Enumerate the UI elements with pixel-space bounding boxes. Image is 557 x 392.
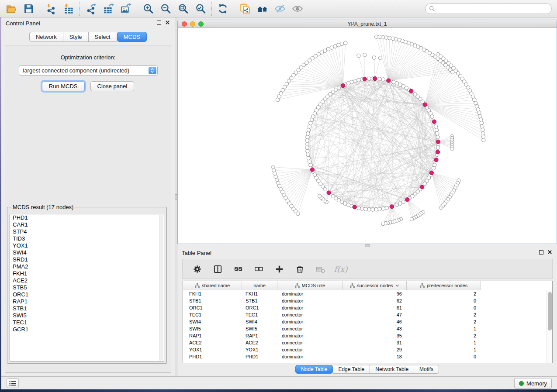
mcds-result-item[interactable]: STB1: [10, 305, 164, 312]
delete-columns-button[interactable]: [293, 261, 306, 276]
refresh-view-button[interactable]: [214, 1, 232, 16]
cell-shared_name: SWI5: [183, 326, 242, 331]
tab-style[interactable]: Style: [63, 32, 89, 42]
table-scrollbar-thumb[interactable]: [548, 292, 552, 330]
mcds-result-item[interactable]: ACE2: [10, 277, 164, 284]
zoom-selected-button[interactable]: [192, 1, 209, 16]
cell-shared_name: RAP1: [183, 333, 242, 338]
export-table-button[interactable]: [100, 1, 117, 16]
tab-select[interactable]: Select: [89, 32, 117, 42]
mcds-result-item[interactable]: PHD1: [10, 214, 164, 221]
cell-shared_name: SWI4: [183, 319, 242, 324]
maximize-window-icon[interactable]: [198, 21, 204, 27]
close-window-icon[interactable]: [182, 21, 187, 27]
save-session-button[interactable]: [20, 1, 38, 16]
column-header-name[interactable]: name: [242, 281, 277, 290]
table-row[interactable]: ACE2ACE2connector311: [183, 339, 552, 346]
network-view-window: YPA_prune.txt_1: [177, 20, 557, 244]
mcds-result-item[interactable]: TID3: [10, 235, 164, 242]
table-scrollbar[interactable]: [547, 290, 552, 363]
table-settings-button[interactable]: [190, 261, 204, 276]
table-row[interactable]: RAP1RAP1dominator352: [183, 332, 552, 339]
table-row[interactable]: PHD1PHD1dominator180: [183, 353, 552, 360]
network-window-titlebar[interactable]: YPA_prune.txt_1: [178, 20, 557, 28]
select-all-rows-button[interactable]: [232, 261, 245, 276]
mcds-result-item[interactable]: GCR1: [10, 326, 164, 333]
mcds-result-item[interactable]: STB5: [10, 284, 164, 291]
table-row[interactable]: STB1STB1dominator620: [183, 297, 552, 304]
first-neighbors-button[interactable]: [254, 1, 271, 16]
open-file-button[interactable]: [3, 1, 20, 16]
task-history-button[interactable]: [7, 378, 19, 388]
tab-network[interactable]: Network: [29, 32, 63, 42]
mcds-result-item[interactable]: SRD1: [10, 256, 164, 263]
mcds-result-item[interactable]: SWI5: [10, 312, 164, 319]
cell-predecessor_nodes: 1: [407, 347, 481, 352]
zoom-in-button[interactable]: [139, 1, 157, 16]
show-all-button[interactable]: [289, 1, 306, 16]
mcds-result-item[interactable]: RAP1: [10, 298, 164, 305]
column-header-predecessor-nodes[interactable]: predecessor nodes: [407, 281, 481, 290]
minimize-window-icon[interactable]: [190, 21, 195, 27]
tab-network-table[interactable]: Network Table: [370, 365, 414, 374]
tab-node-table[interactable]: Node Table: [295, 365, 333, 374]
new-network-from-selection-button[interactable]: [236, 1, 254, 16]
search-input[interactable]: [437, 5, 548, 12]
search-box: [425, 3, 552, 14]
mcds-result-item[interactable]: FKH1: [10, 270, 164, 277]
table-row[interactable]: SWI5SWI5connector431: [183, 325, 552, 332]
close-panel-icon[interactable]: [165, 20, 170, 25]
tab-mcds[interactable]: MCDS: [117, 32, 147, 42]
zoom-out-button[interactable]: [157, 1, 174, 16]
splitter-grip-icon[interactable]: [365, 244, 370, 247]
mcds-result-list[interactable]: PHD1CAR1STP4TID3YOX1SWI4SRD1PMA2FKH1ACE2…: [10, 214, 164, 361]
mcds-result-item[interactable]: ORC1: [10, 291, 164, 298]
column-header-successor-nodes[interactable]: successor nodes: [343, 281, 407, 290]
table-panel: Table Panel f(x) shared namenameMCDS rol…: [177, 247, 557, 376]
mcds-result-item[interactable]: YOX1: [10, 242, 164, 249]
import-network-button[interactable]: [42, 1, 60, 16]
cell-mcds_role: dominator: [277, 291, 343, 296]
cell-predecessor_nodes: 1: [407, 340, 481, 345]
tab-edge-table[interactable]: Edge Table: [333, 365, 370, 374]
horizontal-splitter[interactable]: [177, 244, 557, 247]
deselect-all-rows-button[interactable]: [252, 261, 265, 276]
mcds-result-item[interactable]: PMA2: [10, 263, 164, 270]
export-network-button[interactable]: [82, 1, 100, 16]
criterion-select[interactable]: largest connected component (undirected): [19, 65, 158, 76]
column-header-shared-name[interactable]: shared name: [183, 281, 242, 290]
network-window-title: YPA_prune.txt_1: [348, 21, 387, 27]
mcds-result-item[interactable]: CAR1: [10, 221, 164, 228]
zoom-fit-button[interactable]: [174, 1, 192, 16]
mcds-result-item[interactable]: TEC1: [10, 319, 164, 326]
memory-button[interactable]: Memory: [514, 378, 552, 389]
column-header-MCDS-role[interactable]: MCDS role: [277, 281, 343, 290]
export-image-button[interactable]: [117, 1, 135, 16]
table-row[interactable]: FKH1FKH1dominator962: [183, 290, 552, 297]
close-table-panel-icon[interactable]: [547, 250, 553, 255]
cell-name: SWI5: [242, 326, 277, 331]
list-icon: [9, 380, 16, 386]
float-table-panel-icon[interactable]: [539, 250, 543, 254]
table-row[interactable]: TEC1TEC1connector472: [183, 311, 552, 318]
run-mcds-button[interactable]: Run MCDS: [42, 81, 85, 91]
cell-predecessor_nodes: 2: [407, 333, 481, 338]
hide-selected-button[interactable]: [271, 1, 289, 16]
close-panel-button[interactable]: Close panel: [90, 81, 135, 91]
toggle-column-display-button[interactable]: [211, 261, 224, 276]
mcds-result-item[interactable]: SWI4: [10, 249, 164, 256]
table-row[interactable]: YOX1YOX1connector291: [183, 346, 552, 353]
import-table-button[interactable]: [60, 1, 77, 16]
cell-mcds_role: dominator: [277, 305, 343, 310]
shared-column-icon: [350, 283, 355, 288]
network-canvas[interactable]: [178, 28, 557, 244]
float-panel-icon[interactable]: [157, 21, 161, 25]
cell-mcds_role: connector: [277, 312, 343, 317]
table-row[interactable]: SWI4SWI4dominator462: [183, 318, 552, 325]
tab-motifs[interactable]: Motifs: [414, 365, 439, 374]
mcds-list-scrollbar[interactable]: [159, 215, 163, 361]
create-new-column-button[interactable]: [273, 261, 286, 276]
table-row[interactable]: ORC1ORC1dominator610: [183, 304, 552, 311]
mcds-result-item[interactable]: STP4: [10, 228, 164, 235]
cell-shared_name: ORC1: [183, 305, 242, 310]
